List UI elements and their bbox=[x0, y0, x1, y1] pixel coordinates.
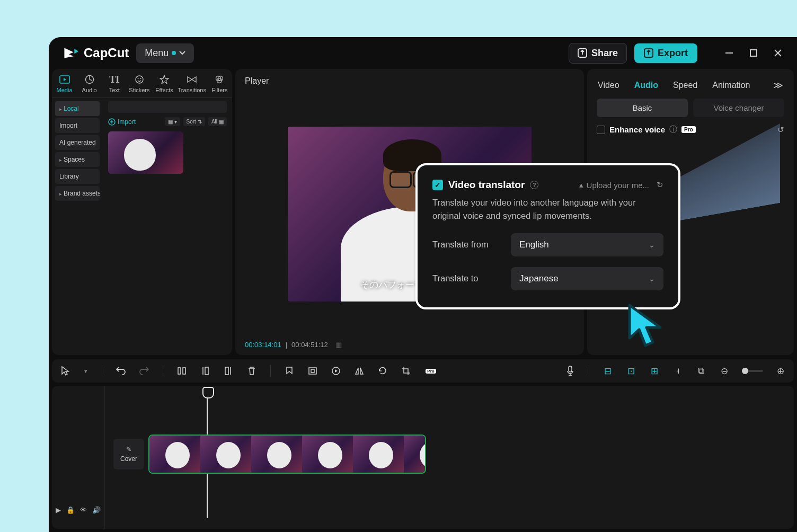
import-button[interactable]: Import bbox=[108, 118, 136, 126]
minimize-button[interactable] bbox=[724, 48, 734, 58]
share-button[interactable]: Share bbox=[569, 43, 627, 64]
nav-import[interactable]: Import bbox=[55, 118, 100, 133]
tab-speed[interactable]: Speed bbox=[673, 81, 697, 90]
timeline-tracks[interactable]: ✎ Cover bbox=[105, 386, 794, 529]
app-name: CapCut bbox=[84, 46, 129, 60]
media-tab-transitions[interactable]: Transitions bbox=[177, 69, 207, 97]
transitions-icon bbox=[187, 74, 197, 85]
window-controls bbox=[724, 48, 783, 58]
more-tabs-button[interactable]: ≫ bbox=[773, 79, 783, 91]
close-button[interactable] bbox=[773, 48, 783, 58]
tag-tool[interactable] bbox=[284, 365, 295, 377]
info-icon[interactable]: ⓘ bbox=[669, 125, 677, 135]
media-tab-text[interactable]: TIText bbox=[102, 69, 127, 97]
stickers-icon bbox=[134, 74, 145, 85]
rotate-tool[interactable] bbox=[377, 365, 388, 377]
mirror-tool[interactable] bbox=[353, 365, 365, 377]
media-panel: Media Audio TIText Stickers Effects Tran… bbox=[52, 69, 232, 355]
reset-icon[interactable]: ↻ bbox=[657, 180, 663, 190]
svg-rect-3 bbox=[750, 50, 757, 56]
delete-tool[interactable] bbox=[246, 365, 258, 377]
translate-from-select[interactable]: English ⌄ bbox=[511, 233, 663, 256]
media-source-nav: ▸Local Import AI generated ▸Spaces Libra… bbox=[52, 98, 103, 355]
mask-tool[interactable] bbox=[307, 365, 318, 377]
zoom-slider[interactable] bbox=[742, 370, 763, 372]
menu-button[interactable]: Menu bbox=[136, 43, 194, 63]
magnet-tool-2[interactable]: ⊡ bbox=[625, 365, 637, 377]
speed-tool[interactable] bbox=[330, 365, 342, 377]
undo-button[interactable] bbox=[115, 365, 127, 377]
time-separator: | bbox=[286, 341, 287, 349]
app-logo: CapCut bbox=[63, 46, 129, 60]
svg-point-6 bbox=[136, 76, 143, 83]
zoom-in-button[interactable]: ⊕ bbox=[775, 365, 786, 377]
filter-all-button[interactable]: All ▦ bbox=[208, 117, 227, 126]
sort-button[interactable]: Sort ⇅ bbox=[183, 117, 205, 126]
smart-tool[interactable]: Pro bbox=[423, 365, 438, 377]
nav-brand-assets[interactable]: ▸Brand assets bbox=[55, 186, 100, 201]
crop-tool[interactable] bbox=[400, 365, 412, 377]
search-input[interactable] bbox=[108, 101, 227, 113]
export-button[interactable]: Export bbox=[634, 43, 697, 63]
tab-video[interactable]: Video bbox=[598, 81, 619, 90]
upload-media-button[interactable]: ▴ Upload your me... ↻ bbox=[579, 180, 663, 190]
nav-local[interactable]: ▸Local bbox=[55, 101, 100, 116]
reset-icon[interactable]: ↺ bbox=[777, 125, 784, 135]
nav-ai-generated[interactable]: AI generated bbox=[55, 135, 100, 150]
cover-button[interactable]: ✎ Cover bbox=[113, 439, 144, 469]
current-time: 00:03:14:01 bbox=[245, 341, 281, 349]
svg-rect-22 bbox=[569, 366, 572, 372]
mute-icon[interactable]: 🔊 bbox=[92, 506, 101, 514]
magnet-tool-1[interactable]: ⊟ bbox=[602, 365, 614, 377]
info-icon[interactable]: ? bbox=[530, 181, 538, 189]
ratio-icon[interactable]: ▥ bbox=[335, 341, 342, 349]
share-icon bbox=[578, 48, 587, 58]
media-tab-audio[interactable]: Audio bbox=[77, 69, 102, 97]
trim-right-tool[interactable] bbox=[223, 365, 234, 377]
split-tool[interactable] bbox=[176, 365, 188, 377]
subtab-basic[interactable]: Basic bbox=[597, 99, 688, 117]
tab-animation[interactable]: Animation bbox=[712, 81, 750, 90]
share-label: Share bbox=[591, 48, 618, 59]
translate-to-label: Translate to bbox=[432, 273, 502, 283]
media-tab-media[interactable]: Media bbox=[52, 69, 77, 97]
media-tab-stickers[interactable]: Stickers bbox=[127, 69, 152, 97]
chevron-down-icon: ⌄ bbox=[649, 274, 655, 283]
pro-badge: Pro bbox=[426, 369, 436, 374]
media-tab-filters[interactable]: Filters bbox=[207, 69, 232, 97]
pointer-tool[interactable] bbox=[59, 365, 71, 377]
checkbox-icon[interactable] bbox=[597, 126, 605, 134]
magnet-tool-3[interactable]: ⊞ bbox=[649, 365, 660, 377]
tab-audio[interactable]: Audio bbox=[634, 81, 658, 90]
subtab-voice-changer[interactable]: Voice changer bbox=[693, 99, 784, 117]
eye-icon[interactable]: 👁 bbox=[80, 506, 87, 514]
popup-title: Video translator bbox=[448, 179, 525, 191]
pencil-icon: ✎ bbox=[126, 446, 131, 453]
media-content: Import ▦▾ Sort ⇅ All ▦ bbox=[103, 98, 232, 355]
view-grid-button[interactable]: ▦▾ bbox=[165, 117, 180, 126]
nav-spaces[interactable]: ▸Spaces bbox=[55, 152, 100, 167]
preview-tool[interactable]: ⧉ bbox=[695, 365, 707, 377]
media-tab-effects[interactable]: Effects bbox=[152, 69, 176, 97]
trim-left-tool[interactable] bbox=[199, 365, 211, 377]
menu-indicator-dot bbox=[172, 51, 176, 55]
align-tool[interactable]: ⫞ bbox=[672, 365, 684, 377]
checkbox-checked-icon[interactable]: ✓ bbox=[432, 180, 443, 190]
text-icon: TI bbox=[109, 74, 120, 85]
plus-icon bbox=[108, 118, 116, 126]
nav-library[interactable]: Library bbox=[55, 169, 100, 184]
track-toggle-icon[interactable]: ▶ bbox=[56, 506, 61, 514]
media-thumbnail[interactable] bbox=[108, 131, 183, 174]
media-category-tabs: Media Audio TIText Stickers Effects Tran… bbox=[52, 69, 232, 98]
maximize-button[interactable] bbox=[748, 48, 759, 58]
translate-to-select[interactable]: Japanese ⌄ bbox=[511, 267, 663, 290]
zoom-out-button[interactable]: ⊖ bbox=[719, 365, 730, 377]
property-tabs: Video Audio Speed Animation ≫ bbox=[597, 77, 784, 99]
pointer-dropdown[interactable]: ▾ bbox=[83, 365, 89, 377]
microphone-tool[interactable] bbox=[564, 365, 576, 377]
video-clip[interactable] bbox=[148, 435, 426, 474]
enhance-voice-row[interactable]: Enhance voice ⓘ Pro ↺ bbox=[597, 125, 784, 135]
svg-rect-13 bbox=[178, 368, 181, 374]
redo-button[interactable] bbox=[138, 365, 150, 377]
lock-icon[interactable]: 🔒 bbox=[66, 506, 75, 514]
